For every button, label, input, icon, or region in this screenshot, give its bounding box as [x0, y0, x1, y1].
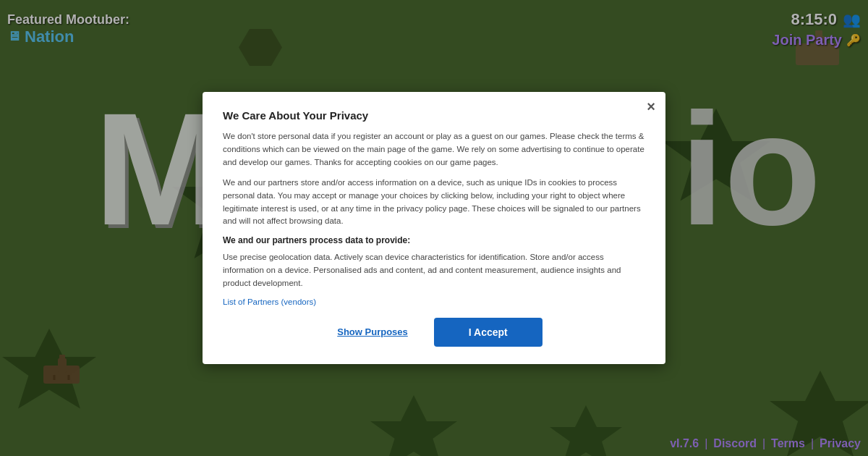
- modal-overlay: × We Care About Your Privacy We don't st…: [0, 0, 868, 456]
- list-of-partners-link[interactable]: List of Partners (vendors): [223, 297, 645, 306]
- modal-title: We Care About Your Privacy: [223, 109, 645, 122]
- privacy-modal: × We Care About Your Privacy We don't st…: [203, 92, 665, 363]
- modal-close-button[interactable]: ×: [647, 99, 655, 114]
- modal-paragraph-2: We and our partners store and/or access …: [223, 177, 645, 228]
- show-purposes-button[interactable]: Show Purposes: [326, 321, 420, 343]
- modal-buttons: Show Purposes I Accept: [223, 318, 645, 347]
- i-accept-button[interactable]: I Accept: [434, 318, 542, 347]
- modal-partners-text: Use precise geolocation data. Actively s…: [223, 251, 645, 290]
- partners-heading: We and our partners process data to prov…: [223, 235, 645, 245]
- modal-paragraph-1: We don't store personal data if you regi…: [223, 130, 645, 169]
